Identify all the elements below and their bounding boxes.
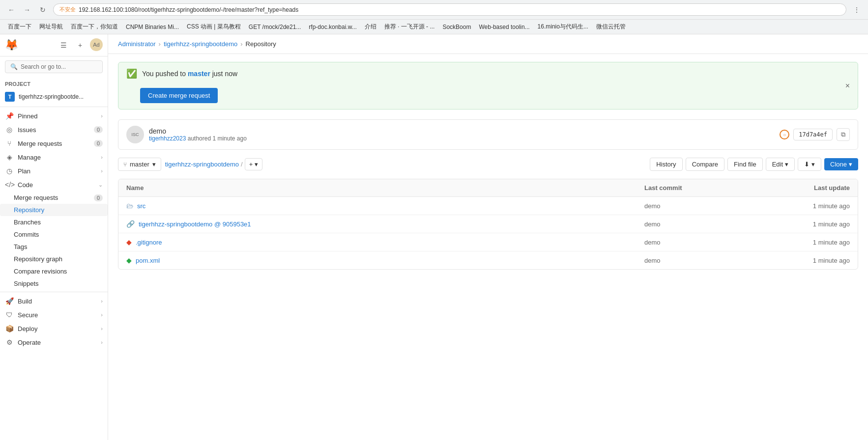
forward-button[interactable]: → (21, 3, 33, 16)
download-button[interactable]: ⬇ ▾ (798, 158, 821, 171)
bookmark-sockboom[interactable]: SockBoom (439, 23, 474, 31)
sidebar-item-code[interactable]: </> Code ⌄ (0, 178, 108, 192)
sidebar-item-secure[interactable]: 🛡 Secure › (0, 308, 108, 322)
commit-hash-button[interactable]: 17d7a4ef (793, 129, 833, 140)
file-table: Name Last commit Last update 🗁 src demo … (118, 179, 858, 270)
commit-author[interactable]: tigerhhzz2023 (149, 135, 186, 142)
bookmark-cnpm[interactable]: CNPM Binaries Mi... (123, 23, 182, 31)
file-cell-time: 1 minute ago (759, 215, 858, 233)
avatar-btn[interactable]: Ad (90, 38, 103, 51)
breadcrumb-administrator[interactable]: Administrator (118, 40, 156, 48)
clone-button[interactable]: Clone ▾ (824, 158, 858, 170)
file-name-link[interactable]: .gitignore (136, 239, 162, 246)
bookmark-rfp[interactable]: rfp-doc.konbai.w... (306, 23, 359, 31)
new-item-btn[interactable]: + (73, 38, 87, 52)
bookmark-baidu2[interactable]: 百度一下，你知道 (68, 22, 121, 32)
bookmark-intro[interactable]: 介绍 (362, 22, 379, 32)
refresh-button[interactable]: ↻ (36, 3, 49, 16)
compare-button[interactable]: Compare (686, 158, 724, 171)
breadcrumb-project[interactable]: tigerhhzz-springbootdemo (164, 40, 237, 48)
sidebar-item-issues[interactable]: ◎ Issues 0 (0, 123, 108, 137)
table-row: 🗁 src demo 1 minute ago (118, 197, 858, 215)
bookmark-nav[interactable]: 网址导航 (36, 22, 66, 32)
code-label: Code (18, 181, 33, 189)
breadcrumb-sep-2: › (240, 40, 242, 48)
edit-button[interactable]: Edit ▾ (766, 158, 795, 171)
file-name-link[interactable]: tigerhhzz-springbootdemo @ 905953e1 (139, 220, 251, 228)
url-text: 192.168.162.100:1080/root/tigerhhzz-spri… (79, 6, 298, 13)
sidebar-item-deploy[interactable]: 📦 Deploy › (0, 322, 108, 335)
gitlab-logo[interactable]: 🦊 (5, 39, 18, 52)
breadcrumb-sep-1: › (159, 40, 161, 48)
file-cell-time: 1 minute ago (759, 197, 858, 215)
push-branch[interactable]: master (188, 70, 210, 78)
nav-divider-2 (0, 292, 108, 292)
add-chevron: ▾ (255, 161, 258, 168)
push-success-icon: ✅ (126, 68, 137, 79)
sidebar-toggle-btn[interactable]: ☰ (57, 38, 70, 52)
file-cell-commit: demo (637, 197, 759, 215)
find-file-button[interactable]: Find file (727, 158, 763, 171)
bookmark-web[interactable]: Web-based toolin... (476, 23, 532, 31)
operate-arrow: › (101, 339, 103, 345)
file-cell-time: 1 minute ago (759, 233, 858, 251)
table-row: ◆ pom.xml demo 1 minute ago (118, 251, 858, 269)
file-cell-name: ◆ .gitignore (118, 233, 637, 251)
branch-selector[interactable]: ⑂ master ▾ (118, 158, 161, 171)
sidebar-sub-commits[interactable]: Commits (0, 228, 108, 241)
path-separator: / (241, 161, 243, 168)
commit-bar: ISC demo tigerhhzz2023 authored 1 minute… (118, 119, 858, 150)
project-icon: T (5, 92, 15, 102)
project-item[interactable]: T tigerhhzz-springbootde... (0, 89, 108, 105)
bookmark-minio[interactable]: 16.minio与代码生... (535, 22, 591, 32)
bookmark-get[interactable]: GET /mock/2de21... (246, 23, 304, 31)
col-header-update: Last update (759, 179, 858, 196)
push-message-row: ✅ You pushed to master just now (126, 68, 845, 79)
sidebar-sub-compare-revisions[interactable]: Compare revisions (0, 265, 108, 277)
sidebar-sub-tags[interactable]: Tags (0, 241, 108, 253)
file-name-link[interactable]: pom.xml (136, 257, 160, 264)
path-repo-name[interactable]: tigerhhzz-springbootdemo (165, 161, 239, 168)
history-button[interactable]: History (650, 158, 682, 171)
sidebar-item-build[interactable]: 🚀 Build › (0, 294, 108, 308)
bookmark-css[interactable]: CSS 动画 | 菜鸟教程 (184, 22, 244, 32)
sidebar-item-manage[interactable]: ◈ Manage › (0, 150, 108, 164)
sidebar-item-merge-requests[interactable]: ⑂ Merge requests 0 (0, 137, 108, 150)
sidebar-item-plan[interactable]: ◷ Plan › (0, 164, 108, 178)
download-chevron: ▾ (811, 161, 815, 168)
secure-arrow: › (101, 312, 103, 318)
toolbar-left: ⑂ master ▾ tigerhhzz-springbootdemo / + … (118, 158, 262, 171)
bookmark-recommend[interactable]: 推荐 · 一飞开源 - ... (381, 22, 438, 32)
sidebar-sub-merge-requests[interactable]: Merge requests 0 (0, 192, 108, 204)
submodule-icon: 🔗 (126, 220, 135, 228)
toolbar-right: History Compare Find file Edit ▾ ⬇ ▾ Clo… (650, 158, 858, 171)
sidebar-sub-repository-graph[interactable]: Repository graph (0, 253, 108, 265)
sidebar-item-pinned[interactable]: 📌 Pinned › (0, 109, 108, 123)
manage-arrow: › (101, 154, 103, 160)
address-bar[interactable]: 不安全 192.168.162.100:1080/root/tigerhhzz-… (53, 3, 846, 16)
secure-icon: 🛡 (5, 311, 14, 319)
back-button[interactable]: ← (5, 3, 18, 16)
bookmark-wechat[interactable]: 微信云托管 (593, 22, 629, 32)
app-layout: 🦊 ☰ + Ad 🔍 Search or go to... Project T … (0, 34, 868, 440)
file-name-link[interactable]: src (137, 202, 145, 210)
sidebar-sub-snippets[interactable]: Snippets (0, 277, 108, 290)
file-cell-name: ◆ pom.xml (118, 251, 637, 269)
create-merge-request-button[interactable]: Create merge request (140, 88, 218, 103)
search-box[interactable]: 🔍 Search or go to... (5, 60, 103, 73)
sidebar-sub-repository[interactable]: Repository (0, 204, 108, 216)
avatar-text: ISC (131, 132, 139, 137)
sidebar-item-operate[interactable]: ⚙ Operate › (0, 335, 108, 349)
commit-status-icon: ○ (780, 130, 789, 139)
extensions-button[interactable]: ⋮ (850, 3, 863, 16)
push-close-button[interactable]: × (845, 82, 850, 90)
sidebar-sub-branches[interactable]: Branches (0, 216, 108, 228)
path-add-button[interactable]: + ▾ (245, 158, 263, 170)
project-name: tigerhhzz-springbootde... (19, 93, 84, 100)
build-icon: 🚀 (5, 297, 14, 305)
bookmark-baidu1[interactable]: 百度一下 (5, 22, 34, 32)
commit-details: demo tigerhhzz2023 authored 1 minute ago (149, 127, 247, 142)
code-arrow: ⌄ (98, 182, 103, 188)
commit-copy-button[interactable]: ⧉ (837, 128, 850, 141)
breadcrumb-current: Repository (246, 40, 276, 48)
